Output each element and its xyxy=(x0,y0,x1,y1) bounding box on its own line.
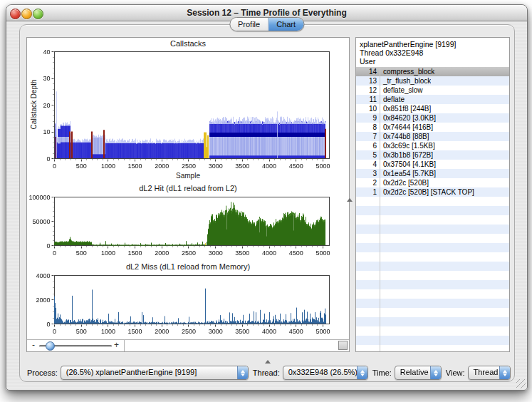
stack-frame-label: 0x3c69c [1.5KB] xyxy=(380,141,435,150)
stack-depth-number: 6 xyxy=(356,141,380,150)
list-item[interactable]: 60x3c69c [1.5KB] xyxy=(356,141,509,150)
stack-depth-number: 12 xyxy=(356,86,380,95)
stack-depth-number xyxy=(356,271,380,280)
chart-title-dl2-miss: dL2 Miss (dL1 reload from Memory) xyxy=(27,262,349,271)
stack-frame-label: compress_block xyxy=(380,67,434,76)
list-item-empty[interactable] xyxy=(356,280,509,289)
stack-depth-number xyxy=(356,317,380,326)
grow-box[interactable] xyxy=(338,341,348,350)
list-item-empty[interactable] xyxy=(356,197,509,206)
stack-depth-number: 9 xyxy=(356,113,380,123)
stack-frame-label xyxy=(380,289,383,299)
list-item-empty[interactable] xyxy=(356,336,509,345)
stack-frame-label: _tr_flush_block xyxy=(380,76,431,86)
list-item[interactable]: 80x74644 [416B] xyxy=(356,123,509,132)
chart-zoom-strip: - + xyxy=(27,339,349,351)
list-item[interactable]: 10x2d2c [520B] [STACK TOP] xyxy=(356,187,509,197)
list-item-empty[interactable] xyxy=(356,243,509,252)
tab-chart[interactable]: Chart xyxy=(268,18,303,31)
stack-depth-number xyxy=(356,336,380,345)
window-resize-grip[interactable] xyxy=(516,379,526,388)
callstacks-x-axis-label: Sample xyxy=(27,172,349,180)
list-item-empty[interactable] xyxy=(356,317,509,326)
stack-frame-label xyxy=(380,215,383,225)
stack-frame-label xyxy=(380,326,383,336)
zoom-out-label[interactable]: - xyxy=(32,340,35,351)
process-label: Process: xyxy=(27,368,58,377)
stack-frame-label: 0x2d2c [520B] [STACK TOP] xyxy=(380,187,474,197)
list-item[interactable]: 20x2d2c [520B] xyxy=(356,178,509,187)
chart-title-callstacks: Callstacks xyxy=(27,39,349,48)
list-item-empty[interactable] xyxy=(356,262,509,271)
list-item-empty[interactable] xyxy=(356,289,509,299)
app-window: Session 12 – Time Profile of Everything … xyxy=(6,4,528,391)
header-scope: User xyxy=(360,57,506,66)
stack-frame-label xyxy=(380,243,383,252)
stack-depth-number: 10 xyxy=(356,104,380,113)
stack-frame-label: 0x37504 [4.1KB] xyxy=(380,160,436,169)
callstack-list: 14compress_block13_tr_flush_block12defla… xyxy=(356,67,509,351)
stack-depth-number: 3 xyxy=(356,169,380,178)
view-tab-bar: Profile Chart xyxy=(229,17,304,31)
list-item[interactable]: 50x3b1b8 [672B] xyxy=(356,150,509,160)
list-item-empty[interactable] xyxy=(356,345,509,352)
list-item-empty[interactable] xyxy=(356,271,509,280)
popup-arrows-icon xyxy=(499,366,510,379)
chart-pane: Callstacks Callstack Depth Sample dL2 Hi… xyxy=(26,37,350,352)
view-label: View: xyxy=(446,368,465,377)
thread-popup[interactable]: 0x332E948 (26.5%) xyxy=(283,366,368,380)
time-label: Time: xyxy=(372,368,392,377)
list-item-empty[interactable] xyxy=(356,299,509,308)
stack-depth-number: 4 xyxy=(356,160,380,169)
list-item-empty[interactable] xyxy=(356,206,509,215)
stack-depth-number: 5 xyxy=(356,150,380,160)
zoom-slider[interactable]: - + xyxy=(27,340,125,351)
list-item-empty[interactable] xyxy=(356,252,509,262)
stack-depth-number: 8 xyxy=(356,123,380,132)
stack-frame-label xyxy=(380,234,383,243)
process-popup[interactable]: (26.5%) xplanetPantherEngine [9199] xyxy=(61,366,249,380)
splitter-handle-horizontal[interactable] xyxy=(265,360,271,364)
stack-frame-label xyxy=(380,262,383,271)
list-item[interactable]: 100x851f8 [244B] xyxy=(356,104,509,113)
stack-frame-label xyxy=(380,271,383,280)
view-popup[interactable]: Thread xyxy=(468,366,511,380)
list-item[interactable]: 40x37504 [4.1KB] xyxy=(356,160,509,169)
dl2-miss-chart[interactable] xyxy=(27,272,349,336)
popup-arrows-icon xyxy=(357,366,367,379)
stack-depth-number xyxy=(356,280,380,289)
list-item[interactable]: 14compress_block xyxy=(356,67,509,76)
list-item-empty[interactable] xyxy=(356,326,509,336)
stack-depth-number xyxy=(356,299,380,308)
stack-frame-label: 0x74644 [416B] xyxy=(380,123,433,132)
stack-frame-label: 0x84620 [3.0KB] xyxy=(380,113,436,123)
stack-frame-label: 0x2d2c [520B] xyxy=(380,178,429,187)
stack-depth-number xyxy=(356,308,380,317)
stack-depth-number: 1 xyxy=(356,187,380,197)
splitter-handle-vertical[interactable] xyxy=(347,198,353,202)
list-item[interactable]: 13_tr_flush_block xyxy=(356,76,509,86)
list-item-empty[interactable] xyxy=(356,234,509,243)
list-item[interactable]: 30x1ea54 [5.7KB] xyxy=(356,169,509,178)
callstacks-chart[interactable] xyxy=(27,48,349,171)
stack-frame-label xyxy=(380,225,383,234)
list-item-empty[interactable] xyxy=(356,215,509,225)
stack-depth-number xyxy=(356,243,380,252)
stack-depth-number xyxy=(356,289,380,299)
stack-frame-label xyxy=(380,206,383,215)
tab-profile[interactable]: Profile xyxy=(230,18,268,31)
list-item[interactable]: 11deflate xyxy=(356,95,509,104)
zoom-slider-thumb[interactable] xyxy=(46,341,55,351)
list-item[interactable]: 90x84620 [3.0KB] xyxy=(356,113,509,123)
list-item[interactable]: 12deflate_slow xyxy=(356,86,509,95)
stack-frame-label: 0x851f8 [244B] xyxy=(380,104,431,113)
time-popup[interactable]: Relative xyxy=(395,366,442,380)
zoom-in-label[interactable]: + xyxy=(114,340,119,351)
stack-depth-number xyxy=(356,326,380,336)
stack-depth-number: 2 xyxy=(356,178,380,187)
dl2-hit-chart[interactable] xyxy=(27,194,349,258)
stack-frame-label xyxy=(380,345,383,352)
list-item[interactable]: 70x744b8 [88B] xyxy=(356,132,509,141)
list-item-empty[interactable] xyxy=(356,308,509,317)
list-item-empty[interactable] xyxy=(356,225,509,234)
